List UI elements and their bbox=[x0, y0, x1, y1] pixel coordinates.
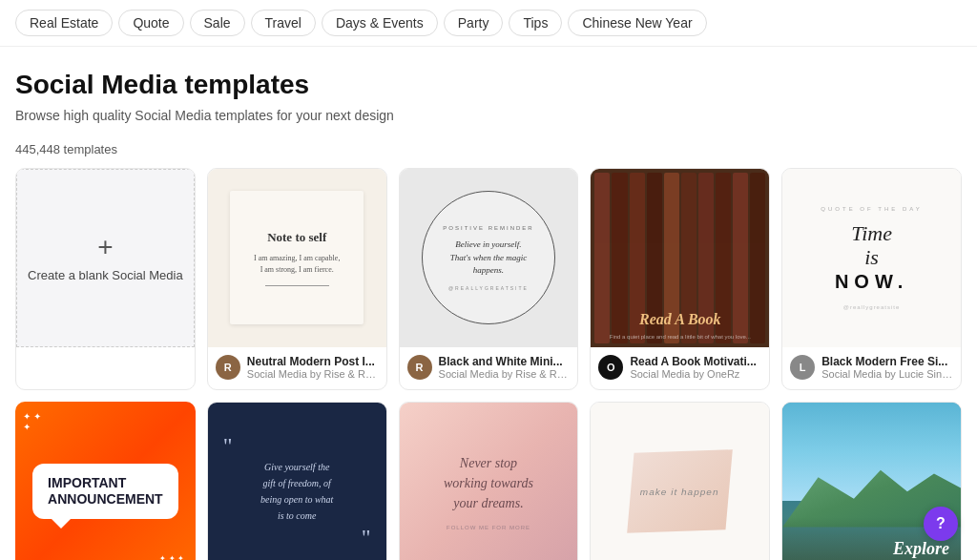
time-handle: @reallygreatsite bbox=[843, 304, 900, 310]
template-card-bw-mini[interactable]: POSITIVE REMINDER Believe in yourself.Th… bbox=[399, 168, 579, 390]
freedom-close-quote-icon: " bbox=[362, 531, 371, 543]
book-overlay-text: Read A Book bbox=[591, 311, 769, 328]
avatar-time-now: L bbox=[790, 355, 815, 380]
time-text: Timeis bbox=[851, 221, 892, 270]
template-author-bw-mini: Social Media by Rise & Roa... bbox=[439, 368, 572, 380]
card-thumb-freedom: " Give yourself thegift of freedom, ofbe… bbox=[208, 403, 386, 560]
explore-text: Explore Your Destination bbox=[835, 539, 949, 560]
never-stop-handle: FOLLOW ME FOR MORE bbox=[447, 525, 530, 530]
template-text-time-now: Black Modern Free Si... Social Media by … bbox=[821, 355, 955, 380]
card-thumb-read-book: Read A Book Find a quiet place and read … bbox=[591, 169, 769, 347]
freedom-open-quote-icon: " bbox=[223, 440, 233, 451]
announce-stars2-icon: ✦ ✦ ✦ bbox=[159, 554, 183, 560]
announce-bubble: IMPORTANT ANNOUNCEMENT bbox=[32, 464, 178, 519]
tab-tips[interactable]: Tips bbox=[509, 10, 562, 36]
template-name-bw-mini: Black and White Mini... bbox=[439, 355, 572, 368]
template-card-never-stop[interactable]: Never stopworking towardsyour dreams. FO… bbox=[399, 402, 579, 560]
never-stop-text: Never stopworking towardsyour dreams. bbox=[444, 453, 533, 513]
book-sub-text: Find a quiet place and read a little bit… bbox=[591, 334, 769, 340]
create-blank-card[interactable]: + Create a blank Social Media bbox=[15, 168, 196, 390]
announce-stars-icon: ✦ ✦✦ bbox=[23, 411, 41, 432]
note-line bbox=[265, 285, 329, 286]
page-title: Social Media templates bbox=[15, 70, 962, 100]
make-happen-text: make it happen bbox=[640, 487, 719, 497]
card-thumb-bw-mini: POSITIVE REMINDER Believe in yourself.Th… bbox=[400, 169, 578, 347]
bw-bottom-text: @REALLYGREATSITE bbox=[448, 285, 529, 291]
card-thumb-make-happen: make it happen bbox=[591, 403, 769, 560]
template-name-time-now: Black Modern Free Si... bbox=[821, 355, 955, 368]
announce-title-line2: ANNOUNCEMENT bbox=[48, 491, 163, 508]
template-info-bw-mini: R Black and White Mini... Social Media b… bbox=[400, 347, 578, 389]
make-happen-shape: make it happen bbox=[628, 449, 733, 533]
tab-real-estate[interactable]: Real Estate bbox=[15, 10, 113, 36]
bw-circle: POSITIVE REMINDER Believe in yourself.Th… bbox=[422, 191, 555, 324]
card-thumb-note-to-self: Note to self I am amazing, I am capable,… bbox=[208, 169, 386, 347]
tab-party[interactable]: Party bbox=[444, 10, 504, 36]
template-info-neutral-modern: R Neutral Modern Post I... Social Media … bbox=[208, 347, 386, 389]
template-count: 445,448 templates bbox=[0, 135, 977, 168]
page-header: Social Media templates Browse high quali… bbox=[0, 47, 977, 135]
freedom-text: Give yourself thegift of freedom, ofbein… bbox=[260, 459, 333, 524]
create-blank-thumb[interactable]: + Create a blank Social Media bbox=[16, 169, 195, 347]
template-author-time-now: Social Media by Lucie Sind... bbox=[821, 368, 955, 380]
template-author-read-book: Social Media by OneRz bbox=[630, 368, 756, 380]
template-card-time-now[interactable]: Quote of the day Timeis NOW. @reallygrea… bbox=[781, 168, 962, 390]
template-card-freedom[interactable]: " Give yourself thegift of freedom, ofbe… bbox=[207, 402, 387, 560]
create-blank-label: Create a blank Social Media bbox=[18, 268, 193, 282]
template-text-bw-mini: Black and White Mini... Social Media by … bbox=[439, 355, 572, 380]
avatar-neutral-modern: R bbox=[216, 355, 240, 380]
category-tabs-bar: Real Estate Quote Sale Travel Days & Eve… bbox=[0, 0, 977, 47]
explore-main-text: Explore bbox=[835, 539, 949, 560]
template-card-neutral-modern[interactable]: Note to self I am amazing, I am capable,… bbox=[207, 168, 387, 390]
card-thumb-never-stop: Never stopworking towardsyour dreams. FO… bbox=[400, 403, 578, 560]
tab-days-events[interactable]: Days & Events bbox=[322, 10, 438, 36]
announce-title-line1: IMPORTANT bbox=[48, 475, 163, 491]
template-info-time-now: L Black Modern Free Si... Social Media b… bbox=[782, 347, 961, 389]
template-grid-row2: ✦ ✦✦ IMPORTANT ANNOUNCEMENT ✦ ✦ ✦ " Give… bbox=[0, 402, 977, 560]
plus-icon: + bbox=[97, 234, 113, 260]
note-text: I am amazing, I am capable, I am strong,… bbox=[254, 253, 340, 276]
bw-main-text: Believe in yourself.That's when the magi… bbox=[438, 239, 539, 278]
template-info-read-book: O Read A Book Motivati... Social Media b… bbox=[591, 347, 769, 389]
template-text-neutral-modern: Neutral Modern Post I... Social Media by… bbox=[247, 355, 381, 380]
tab-chinese-new-year[interactable]: Chinese New Year bbox=[568, 10, 706, 36]
template-card-make-happen[interactable]: make it happen bbox=[590, 402, 770, 560]
note-inner: Note to self I am amazing, I am capable,… bbox=[230, 191, 364, 324]
template-card-read-book[interactable]: Read A Book Find a quiet place and read … bbox=[590, 168, 770, 390]
template-card-announcement[interactable]: ✦ ✦✦ IMPORTANT ANNOUNCEMENT ✦ ✦ ✦ bbox=[15, 402, 196, 560]
tab-sale[interactable]: Sale bbox=[190, 10, 245, 36]
tab-quote[interactable]: Quote bbox=[118, 10, 183, 36]
help-button[interactable]: ? bbox=[924, 507, 958, 541]
card-thumb-time-now: Quote of the day Timeis NOW. @reallygrea… bbox=[782, 169, 961, 347]
page-subtitle: Browse high quality Social Media templat… bbox=[15, 108, 962, 123]
note-title: Note to self bbox=[267, 230, 326, 245]
template-grid: + Create a blank Social Media Note to se… bbox=[0, 168, 977, 405]
tab-travel[interactable]: Travel bbox=[251, 10, 316, 36]
avatar-read-book: O bbox=[598, 355, 623, 380]
template-name-read-book: Read A Book Motivati... bbox=[630, 355, 756, 368]
template-text-read-book: Read A Book Motivati... Social Media by … bbox=[630, 355, 756, 380]
card-thumb-announcement: ✦ ✦✦ IMPORTANT ANNOUNCEMENT ✦ ✦ ✦ bbox=[15, 402, 196, 560]
time-now-text: NOW. bbox=[835, 271, 908, 293]
template-author-neutral-modern: Social Media by Rise & Roa... bbox=[247, 368, 381, 380]
bw-top-text: POSITIVE REMINDER bbox=[443, 225, 533, 231]
template-name-neutral-modern: Neutral Modern Post I... bbox=[247, 355, 381, 368]
avatar-bw-mini: R bbox=[407, 355, 432, 380]
time-label: Quote of the day bbox=[821, 206, 922, 212]
